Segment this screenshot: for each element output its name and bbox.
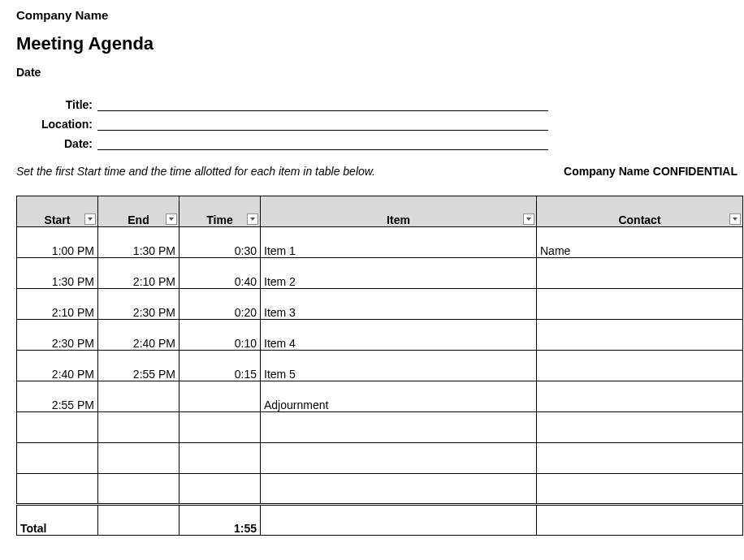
cell-time[interactable]: 0:20 [180,289,261,320]
cell-start[interactable] [17,474,98,505]
cell-item[interactable]: Item 3 [261,289,537,320]
cell-start[interactable]: 1:00 PM [17,227,98,258]
confidential-text: Company Name CONFIDENTIAL [564,165,738,178]
cell-end[interactable]: 1:30 PM [98,227,180,258]
page-title: Meeting Agenda [16,33,744,54]
cell-contact[interactable] [537,412,743,443]
meta-date-label: Date: [32,137,97,150]
instructions-text: Set the first Start time and the time al… [16,165,375,178]
svg-marker-4 [733,218,738,221]
table-header-row: Start End Time Item [17,196,743,227]
col-header-end[interactable]: End [98,196,180,227]
company-name: Company Name [16,8,744,22]
instruction-row: Set the first Start time and the time al… [16,165,744,178]
table-row [17,443,743,474]
col-header-time[interactable]: Time [180,196,261,227]
filter-dropdown-icon[interactable] [523,213,534,225]
date-heading: Date [16,66,744,79]
filter-dropdown-icon[interactable] [729,213,741,225]
meta-location-input[interactable] [97,116,548,131]
col-header-item[interactable]: Item [261,196,537,227]
table-row [17,474,743,505]
cell-item[interactable]: Item 2 [261,258,537,289]
cell-end[interactable]: 2:55 PM [98,351,180,381]
cell-time[interactable] [180,474,261,505]
cell-time[interactable] [180,443,261,474]
cell-end[interactable]: 2:30 PM [98,289,180,320]
table-row: 2:30 PM 2:40 PM 0:10 Item 4 [17,320,743,351]
cell-time[interactable]: 0:40 [180,258,261,289]
table-row: 2:40 PM 2:55 PM 0:15 Item 5 [17,351,743,381]
cell-item[interactable] [261,443,537,474]
col-header-start-label: Start [45,213,71,226]
meta-row-date: Date: [32,136,744,150]
cell-time[interactable]: 0:30 [180,227,261,258]
cell-contact[interactable] [537,320,743,351]
svg-marker-0 [88,218,93,221]
meta-row-title: Title: [32,97,744,111]
cell-contact[interactable]: Name [537,227,743,258]
cell-item[interactable]: Item 5 [261,351,537,381]
col-header-end-label: End [128,213,149,226]
cell-start[interactable] [17,443,98,474]
table-row: 1:30 PM 2:10 PM 0:40 Item 2 [17,258,743,289]
cell-end[interactable] [98,412,180,443]
cell-time[interactable]: 0:10 [180,320,261,351]
cell-start[interactable]: 2:10 PM [17,289,98,320]
cell-contact[interactable] [537,351,743,381]
cell-item[interactable]: Item 1 [261,227,537,258]
filter-dropdown-icon[interactable] [84,213,96,225]
total-row: Total 1:55 [17,505,743,536]
cell-item[interactable] [261,412,537,443]
cell-start[interactable]: 1:30 PM [17,258,98,289]
cell-contact[interactable] [537,443,743,474]
cell-time[interactable] [180,381,261,412]
cell-item[interactable]: Adjournment [261,381,537,412]
svg-marker-3 [526,218,531,221]
meta-row-location: Location: [32,116,744,131]
cell-end[interactable] [98,381,180,412]
agenda-table: Start End Time Item [16,196,743,536]
col-header-start[interactable]: Start [17,196,98,227]
cell-contact[interactable] [537,258,743,289]
cell-end[interactable]: 2:10 PM [98,258,180,289]
table-row: 1:00 PM 1:30 PM 0:30 Item 1 Name [17,227,743,258]
table-row: 2:55 PM Adjournment [17,381,743,412]
cell-contact[interactable] [537,474,743,505]
cell-end[interactable]: 2:40 PM [98,320,180,351]
cell-start[interactable]: 2:55 PM [17,381,98,412]
cell-start[interactable]: 2:30 PM [17,320,98,351]
cell-end[interactable] [98,443,180,474]
col-header-contact-label: Contact [618,213,660,226]
cell-contact[interactable] [537,289,743,320]
cell-start[interactable] [17,412,98,443]
table-row [17,412,743,443]
total-label: Total [17,505,98,536]
meta-location-label: Location: [32,118,97,131]
col-header-contact[interactable]: Contact [537,196,743,227]
total-end [98,505,180,536]
meta-title-label: Title: [32,98,97,111]
meta-title-input[interactable] [97,97,548,111]
filter-dropdown-icon[interactable] [247,213,258,225]
cell-contact[interactable] [537,381,743,412]
total-item [261,505,537,536]
total-contact [537,505,743,536]
cell-end[interactable] [98,474,180,505]
total-time: 1:55 [180,505,261,536]
cell-time[interactable] [180,412,261,443]
table-row: 2:10 PM 2:30 PM 0:20 Item 3 [17,289,743,320]
cell-item[interactable]: Item 4 [261,320,537,351]
cell-item[interactable] [261,474,537,505]
meta-date-input[interactable] [97,136,548,150]
cell-time[interactable]: 0:15 [180,351,261,381]
svg-marker-1 [169,218,174,221]
col-header-time-label: Time [206,213,232,226]
svg-marker-2 [250,218,255,221]
meta-block: Title: Location: Date: [32,97,744,150]
filter-dropdown-icon[interactable] [166,213,177,225]
cell-start[interactable]: 2:40 PM [17,351,98,381]
col-header-item-label: Item [387,213,410,226]
